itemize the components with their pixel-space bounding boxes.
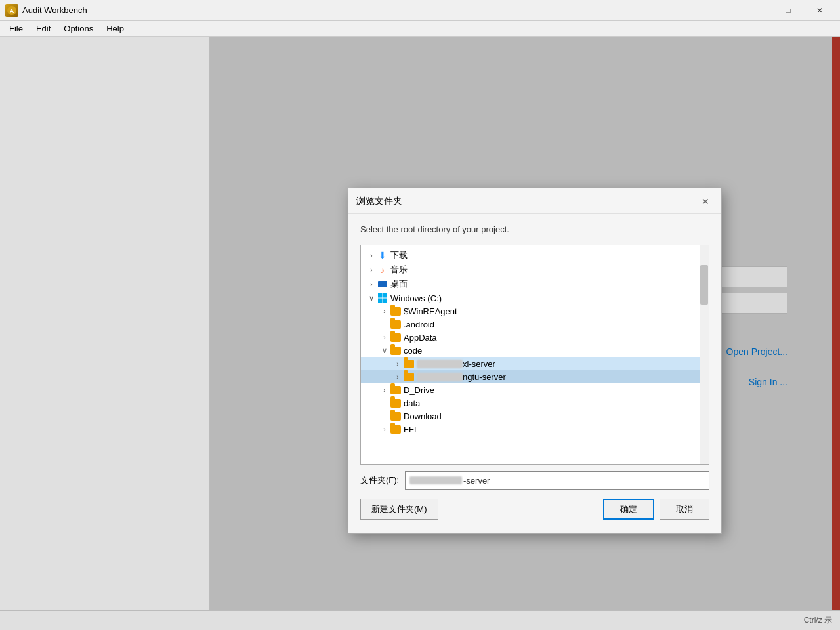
dialog-body: Select the root directory of your projec… [348, 214, 721, 533]
download-icon: ⬇ [377, 250, 388, 261]
minimize-button[interactable]: ─ [742, 0, 772, 21]
tree-item-download2[interactable]: › Download [361, 410, 700, 423]
desktop-icon [377, 279, 388, 289]
tree-item-winreagent[interactable]: › $WinREAgent [361, 304, 700, 318]
folder-appdata-icon [390, 332, 402, 343]
cancel-button[interactable]: 取消 [660, 499, 709, 520]
left-panel [0, 37, 210, 610]
folder-data-icon [390, 398, 402, 408]
menu-options[interactable]: Options [57, 22, 100, 35]
tree-label-download2: Download [404, 411, 442, 421]
main-content: ch Open Project... Sign In ... 浏览文件夹 ✕ [0, 37, 840, 610]
folder-download2-icon [390, 411, 402, 421]
scrollbar-track[interactable] [700, 245, 709, 464]
chevron-downloads: › [366, 252, 377, 259]
svg-rect-3 [383, 293, 388, 298]
tree-item-music[interactable]: › ♪ 音乐 [361, 262, 700, 277]
folder-input-value: -server [463, 476, 490, 486]
folder-input[interactable]: -server [405, 471, 709, 490]
folder-label: 文件夹(F): [360, 474, 400, 486]
tree-item-desktop[interactable]: › 桌面 [361, 277, 700, 291]
menu-file[interactable]: File [3, 22, 30, 35]
window-controls: ─ □ ✕ [742, 0, 835, 21]
tree-label-ffl: FFL [404, 425, 419, 434]
tree-label-music: 音乐 [390, 264, 408, 276]
dialog-description: Select the root directory of your projec… [360, 224, 709, 234]
svg-rect-4 [378, 299, 383, 303]
chevron-ffl: › [379, 426, 390, 433]
confirm-cancel-group: 确定 取消 [603, 499, 709, 520]
folder-ffl-icon [390, 424, 402, 434]
titlebar: A Audit Workbench ─ □ ✕ [0, 0, 840, 21]
confirm-button[interactable]: 确定 [603, 499, 654, 520]
menu-edit[interactable]: Edit [30, 22, 57, 35]
tree-item-android[interactable]: › .android [361, 318, 700, 331]
tree-label-winreagent: $WinREAgent [404, 306, 457, 316]
tree-item-sub2[interactable]: › ngtu-server [361, 370, 700, 383]
maximize-button[interactable]: □ [773, 0, 803, 21]
chevron-appdata: › [379, 334, 390, 341]
tree-item-appdata[interactable]: › AppData [361, 331, 700, 344]
menu-help[interactable]: Help [100, 22, 131, 35]
close-button[interactable]: ✕ [805, 0, 835, 21]
chevron-music: › [366, 266, 377, 274]
chevron-code: ∨ [379, 346, 390, 355]
tree-label-desktop: 桌面 [390, 278, 408, 290]
dialog-overlay: 浏览文件夹 ✕ Select the root directory of you… [210, 37, 840, 610]
tree-label-windows-c: Windows (C:) [390, 293, 442, 303]
dialog-title: 浏览文件夹 [356, 196, 402, 207]
folder-code-icon [390, 345, 402, 356]
file-tree[interactable]: › ⬇ 下载 › ♪ [361, 245, 700, 464]
dialog-titlebar: 浏览文件夹 ✕ [348, 188, 721, 214]
tree-label-data: data [404, 398, 420, 408]
chevron-sub2: › [392, 373, 403, 381]
tree-item-downloads[interactable]: › ⬇ 下载 [361, 248, 700, 262]
tree-label-sub2: ngtu-server [463, 372, 506, 382]
app-icon: A [5, 4, 18, 17]
folder-d-drive-icon [390, 385, 402, 395]
chevron-sub1: › [392, 360, 403, 368]
tree-item-ffl[interactable]: › FFL [361, 423, 700, 436]
folder-sub2-icon [403, 371, 415, 382]
music-icon: ♪ [377, 264, 388, 275]
svg-rect-2 [378, 293, 383, 298]
svg-text:A: A [10, 8, 14, 14]
browse-folder-dialog: 浏览文件夹 ✕ Select the root directory of you… [348, 188, 722, 534]
file-tree-container: › ⬇ 下载 › ♪ [360, 245, 709, 465]
folder-sub1-icon [403, 358, 415, 369]
tree-item-d-drive[interactable]: › D_Drive [361, 383, 700, 396]
tree-label-sub1: xi-server [463, 359, 495, 369]
dialog-close-button[interactable]: ✕ [698, 194, 713, 209]
tree-item-windows-c[interactable]: ∨ Windows (C:) [361, 291, 700, 304]
blurred-input-prefix [410, 476, 462, 484]
tree-item-sub1[interactable]: › xi-server [361, 357, 700, 370]
svg-rect-5 [383, 299, 388, 303]
tree-label-code: code [404, 346, 422, 356]
folder-android-icon [390, 319, 402, 329]
tree-label-downloads: 下载 [390, 249, 408, 261]
folder-winreagent-icon [390, 306, 402, 316]
chevron-winreagent: › [379, 308, 390, 315]
chevron-windows-c: ∨ [366, 294, 377, 303]
tree-label-android: .android [404, 320, 434, 329]
tree-item-code[interactable]: ∨ code [361, 344, 700, 357]
windows-icon [377, 293, 388, 303]
folder-path-row: 文件夹(F): -server [360, 471, 709, 490]
statusbar: Ctrl/z 示 [0, 610, 840, 630]
tree-item-data[interactable]: › data [361, 396, 700, 410]
new-folder-button[interactable]: 新建文件夹(M) [360, 499, 438, 520]
chevron-desktop: › [366, 281, 377, 288]
dialog-buttons: 新建文件夹(M) 确定 取消 [360, 499, 709, 525]
tree-label-appdata: AppData [404, 333, 437, 343]
tree-label-d-drive: D_Drive [404, 385, 434, 395]
chevron-d-drive: › [379, 387, 390, 394]
right-panel: ch Open Project... Sign In ... 浏览文件夹 ✕ [210, 37, 840, 610]
menubar: File Edit Options Help [0, 21, 840, 37]
statusbar-text: Ctrl/z 示 [804, 615, 832, 626]
scrollbar-thumb[interactable] [700, 265, 708, 304]
app-title: Audit Workbench [22, 5, 742, 15]
